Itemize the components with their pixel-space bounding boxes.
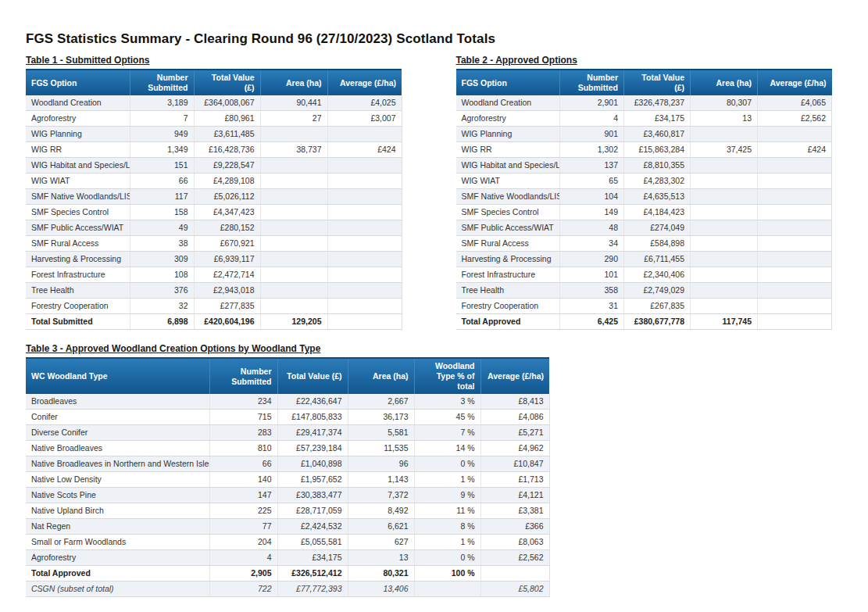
- table-cell: [758, 299, 832, 314]
- table-cell: 2,901: [560, 95, 624, 111]
- column-header: Area (ha): [348, 358, 414, 394]
- table-body: Woodland Creation3,189£364,008,06790,441…: [26, 95, 402, 330]
- table-cell: 48: [560, 220, 624, 236]
- table-cell: 13: [691, 111, 758, 127]
- table-cell: [327, 283, 402, 299]
- table-cell: WIG Planning: [456, 127, 560, 142]
- table-cell: £2,424,532: [277, 519, 348, 535]
- table-row: SMF Species Control149£4,184,423: [456, 205, 832, 220]
- table-cell: 715: [209, 410, 277, 425]
- table-cell: 32: [130, 299, 194, 314]
- table-row: Tree Health376£2,943,018: [26, 283, 402, 299]
- table-cell: 100 %: [414, 566, 480, 582]
- table-cell: £2,562: [480, 550, 549, 566]
- table-cell: £57,239,184: [277, 441, 348, 456]
- table-cell: Harvesting & Processing: [26, 252, 130, 267]
- table-cell: 7,372: [348, 488, 414, 503]
- table-3-woodland-type-section: Table 3 - Approved Woodland Creation Opt…: [26, 343, 868, 597]
- table-cell: [758, 236, 832, 252]
- table-row: Native Low Density140£1,957,6521,1431 %£…: [26, 472, 549, 488]
- table-cell: 1,349: [130, 142, 194, 158]
- column-header: Average (£/ha): [327, 70, 402, 95]
- table-cell: £29,417,374: [277, 425, 348, 441]
- data-table: FGS OptionNumber SubmittedTotal Value (£…: [456, 69, 833, 330]
- table-cell: £8,810,355: [624, 158, 691, 174]
- table-cell: [691, 158, 758, 174]
- table-cell: WIG RR: [456, 142, 560, 158]
- table-cell: £2,472,714: [194, 267, 260, 283]
- table-cell: Conifer: [26, 410, 209, 425]
- table-cell: 204: [209, 535, 277, 550]
- table-row: Forestry Cooperation31£267,835: [456, 299, 832, 314]
- table-cell: £28,717,059: [277, 503, 348, 519]
- table-row: Native Broadleaves810£57,239,18411,53514…: [26, 441, 549, 456]
- table-cell: 37,425: [691, 142, 758, 158]
- table-row: Tree Health358£2,749,029: [456, 283, 832, 299]
- table-cell: SMF Public Access/WIAT: [456, 220, 560, 236]
- column-header: Total Value (£): [624, 70, 691, 95]
- table-cell: 8,492: [348, 503, 414, 519]
- table-cell: £4,184,423: [624, 205, 691, 220]
- table-cell: WIG WIAT: [456, 174, 560, 189]
- table-cell: [758, 283, 832, 299]
- table-cell: £2,749,029: [624, 283, 691, 299]
- table-cell: 151: [130, 158, 194, 174]
- table-cell: £8,063: [480, 535, 549, 550]
- table-cell: 1 %: [414, 472, 480, 488]
- data-table: FGS OptionNumber SubmittedTotal Value (£…: [26, 69, 402, 330]
- table-cell: 66: [209, 456, 277, 472]
- table-cell: £4,121: [480, 488, 549, 503]
- table-cell: £8,413: [480, 394, 549, 410]
- table-cell: 1,302: [560, 142, 624, 158]
- table-cell: 80,307: [691, 95, 758, 111]
- table-cell: Nat Regen: [26, 519, 209, 535]
- table-row: CSGN (subset of total)722£77,772,39313,4…: [26, 582, 549, 597]
- table-cell: Forestry Cooperation: [26, 299, 130, 314]
- table-cell: [260, 205, 327, 220]
- table-cell: [691, 220, 758, 236]
- table-2-approved-options-section: Table 2 - Approved OptionsFGS OptionNumb…: [456, 55, 833, 330]
- column-header: Total Value (£): [194, 70, 260, 95]
- table-header: FGS OptionNumber SubmittedTotal Value (£…: [26, 70, 402, 95]
- table-cell: 104: [560, 189, 624, 205]
- table-cell: [480, 566, 549, 582]
- table-1-submitted-options-section: Table 1 - Submitted OptionsFGS OptionNum…: [26, 55, 402, 330]
- table-cell: 11,535: [348, 441, 414, 456]
- table-cell: WIG Habitat and Species/LISS: [26, 158, 130, 174]
- table-cell: 6,425: [560, 314, 624, 330]
- column-header: Area (ha): [260, 70, 327, 95]
- table-cell: Native Broadleaves in Northern and Weste…: [26, 456, 209, 472]
- table-row: WIG Habitat and Species/LISS137£8,810,35…: [456, 158, 832, 174]
- table-cell: Agroforestry: [26, 550, 209, 566]
- table-cell: [260, 127, 327, 142]
- table-cell: 4: [209, 550, 277, 566]
- table-body: Broadleaves234£22,436,6472,6673 %£8,413C…: [26, 394, 549, 597]
- table-cell: Broadleaves: [26, 394, 209, 410]
- table-cell: 5,581: [348, 425, 414, 441]
- table-cell: [327, 236, 402, 252]
- table-label: Table 2 - Approved Options: [456, 55, 833, 66]
- table-row: SMF Public Access/WIAT48£274,049: [456, 220, 832, 236]
- table-row: SMF Species Control158£4,347,423: [26, 205, 402, 220]
- table-cell: 27: [260, 111, 327, 127]
- table-row: WIG WIAT65£4,283,302: [456, 174, 832, 189]
- table-row: Agroforestry4£34,175130 %£2,562: [26, 550, 549, 566]
- table-cell: 3 %: [414, 394, 480, 410]
- table-cell: 358: [560, 283, 624, 299]
- table-cell: [327, 127, 402, 142]
- table-cell: £2,340,406: [624, 267, 691, 283]
- table-cell: [758, 252, 832, 267]
- column-header: FGS Option: [26, 70, 130, 95]
- table-cell: Forest Infrastructure: [456, 267, 560, 283]
- table-row: Conifer715£147,805,83336,17345 %£4,086: [26, 410, 549, 425]
- table-cell: £2,943,018: [194, 283, 260, 299]
- table-cell: [691, 283, 758, 299]
- table-cell: [260, 220, 327, 236]
- table-cell: 309: [130, 252, 194, 267]
- table-cell: Agroforestry: [456, 111, 560, 127]
- table-cell: SMF Rural Access: [26, 236, 130, 252]
- table-cell: SMF Rural Access: [456, 236, 560, 252]
- table-cell: £5,026,112: [194, 189, 260, 205]
- table-cell: £670,921: [194, 236, 260, 252]
- table-cell: 225: [209, 503, 277, 519]
